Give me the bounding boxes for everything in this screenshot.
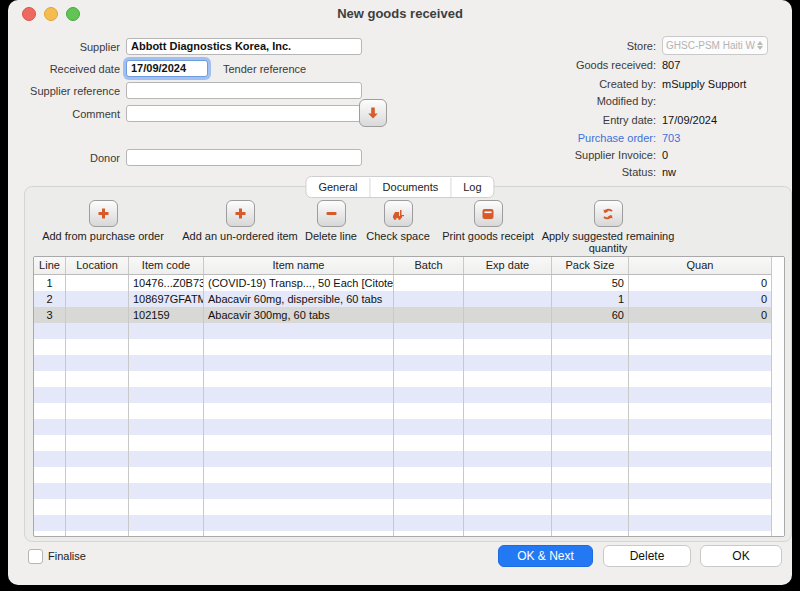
cell-exp-date (464, 291, 552, 307)
column-header-location[interactable]: Location (66, 257, 129, 274)
modified-by-row: Modified by: (438, 95, 790, 107)
table-row-empty[interactable] (34, 531, 771, 536)
cell-empty (394, 403, 464, 419)
cell-empty (66, 499, 129, 515)
cell-empty (129, 339, 204, 355)
table-row-empty[interactable] (34, 451, 771, 467)
table-row-empty[interactable] (34, 419, 771, 435)
table-row-empty[interactable] (34, 355, 771, 371)
cell-empty (66, 387, 129, 403)
created-by-value: mSupply Support (662, 78, 746, 90)
cell-empty (629, 323, 771, 339)
cell-empty (34, 323, 66, 339)
donor-input[interactable] (126, 149, 362, 166)
table-row-empty[interactable] (34, 323, 771, 339)
cell-item-name: Abacavir 60mg, dispersible, 60 tabs (204, 291, 394, 307)
comment-expand-button[interactable] (359, 99, 387, 127)
add-from-purchase-order-button[interactable]: Add from purchase order (28, 200, 178, 242)
delete-button[interactable]: Delete (603, 545, 691, 567)
tab-log[interactable]: Log (450, 178, 493, 197)
cell-empty (129, 403, 204, 419)
cell-empty (464, 435, 552, 451)
table-row-empty[interactable] (34, 387, 771, 403)
cell-empty (204, 483, 394, 499)
printer-icon (481, 207, 495, 221)
check-space-button[interactable]: Check space (358, 200, 438, 242)
supplier-input[interactable]: Abbott Diagnostics Korea, Inc. (126, 38, 362, 55)
column-header-item-code[interactable]: Item code (129, 257, 204, 274)
cell-empty (66, 371, 129, 387)
store-label: Store: (438, 40, 656, 52)
column-header-batch[interactable]: Batch (394, 257, 464, 274)
toolbar-label: Add an un-ordered item (182, 230, 298, 242)
stepper-icon (755, 40, 764, 52)
cell-quan: 0 (629, 275, 771, 291)
cell-empty (629, 499, 771, 515)
store-row: Store: GHSC-PSM Haiti War... (438, 36, 790, 55)
store-select[interactable]: GHSC-PSM Haiti War... (662, 36, 768, 55)
column-header-quan[interactable]: Quan (629, 257, 771, 274)
ok-button[interactable]: OK (700, 545, 782, 567)
delete-line-button[interactable]: Delete line (296, 200, 366, 242)
comment-input[interactable] (126, 105, 362, 122)
supplier-invoice-label: Supplier Invoice: (438, 149, 656, 161)
donor-label: Donor (15, 152, 120, 164)
apply-suggested-quantity-button[interactable]: Apply suggested remaining quantity (523, 200, 693, 254)
goods-received-window: New goods received Supplier Abbott Diagn… (8, 0, 792, 585)
cell-quan: 0 (629, 291, 771, 307)
cell-empty (34, 451, 66, 467)
column-header-pack-size[interactable]: Pack Size (552, 257, 629, 274)
supplier-reference-input[interactable] (126, 82, 362, 99)
cell-empty (204, 451, 394, 467)
table-row[interactable]: 1 10476...Z0B73 (COVID-19) Transp..., 50… (34, 275, 771, 291)
table-row-empty[interactable] (34, 499, 771, 515)
cell-empty (629, 355, 771, 371)
purchase-order-link[interactable]: 703 (662, 132, 680, 144)
cell-empty (66, 435, 129, 451)
column-header-item-name[interactable]: Item name (204, 257, 394, 274)
tab-general[interactable]: General (306, 178, 369, 197)
table-row-empty[interactable] (34, 403, 771, 419)
column-header-line[interactable]: Line (34, 257, 66, 274)
table-row-empty[interactable] (34, 339, 771, 355)
supplier-invoice-value: 0 (662, 149, 668, 161)
cell-empty (394, 435, 464, 451)
table-row-empty[interactable] (34, 515, 771, 531)
table-row-empty[interactable] (34, 483, 771, 499)
tab-bar: General Documents Log (305, 176, 494, 198)
plus-icon (234, 207, 247, 220)
forklift-icon (391, 207, 405, 221)
add-unordered-item-button[interactable]: Add an un-ordered item (170, 200, 310, 242)
table-row-empty[interactable] (34, 371, 771, 387)
table-row-selected[interactable]: 3 102159 Abacavir 300mg, 60 tabs 60 0 (34, 307, 771, 323)
table-row-empty[interactable] (34, 467, 771, 483)
cell-batch (394, 307, 464, 323)
column-header-exp-date[interactable]: Exp date (464, 257, 552, 274)
ok-and-next-button[interactable]: OK & Next (498, 545, 593, 567)
cell-empty (629, 419, 771, 435)
cell-empty (464, 531, 552, 536)
finalise-checkbox[interactable] (28, 549, 43, 564)
cell-empty (34, 419, 66, 435)
cell-empty (629, 515, 771, 531)
cell-empty (552, 339, 629, 355)
cell-empty (129, 435, 204, 451)
cell-empty (552, 419, 629, 435)
table-row-empty[interactable] (34, 435, 771, 451)
cell-empty (34, 499, 66, 515)
cell-empty (204, 323, 394, 339)
cell-empty (464, 371, 552, 387)
cell-empty (629, 483, 771, 499)
cell-empty (629, 451, 771, 467)
cell-item-code: 10476...Z0B73 (129, 275, 204, 291)
table-row[interactable]: 2 108697GFATM Abacavir 60mg, dispersible… (34, 291, 771, 307)
received-date-input[interactable]: 17/09/2024 (126, 60, 208, 77)
toolbar-label: Apply suggested remaining quantity (523, 230, 693, 254)
table-scrollbar[interactable] (771, 257, 784, 536)
cell-empty (552, 499, 629, 515)
goods-received-lines-table: Line Location Item code Item name Batch … (33, 256, 785, 537)
cell-empty (464, 499, 552, 515)
supplier-invoice-row: Supplier Invoice: 0 (438, 149, 790, 161)
cell-empty (129, 451, 204, 467)
tab-documents[interactable]: Documents (370, 178, 451, 197)
